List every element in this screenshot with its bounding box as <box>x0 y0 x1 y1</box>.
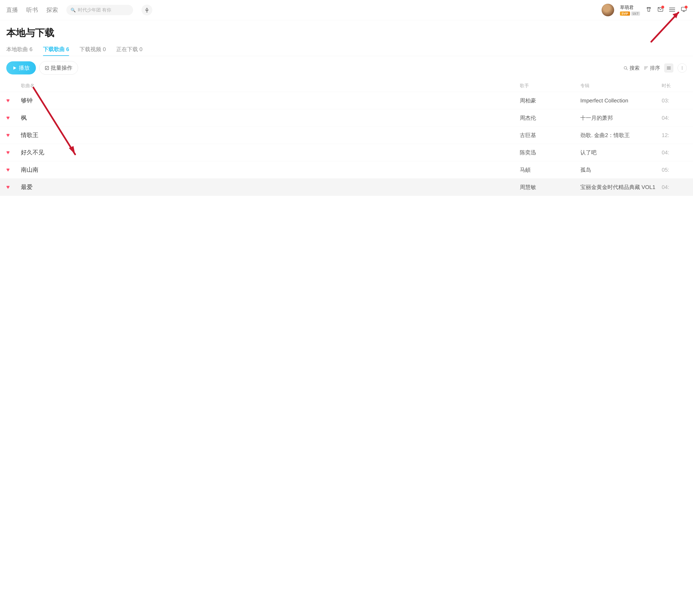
list-view-button[interactable] <box>664 63 673 73</box>
toolbar-right: 搜索 排序 <box>623 63 687 73</box>
tab-download-songs[interactable]: 下载歌曲 6 <box>43 46 69 56</box>
mail-badge <box>661 6 664 8</box>
grid-view-button[interactable] <box>677 63 687 73</box>
mail-button[interactable] <box>657 6 664 14</box>
search-button[interactable]: 搜索 <box>623 65 639 71</box>
favorite-icon: ♥ <box>6 149 19 156</box>
favorite-icon: ♥ <box>6 166 19 173</box>
play-button[interactable]: 播放 <box>6 61 36 75</box>
user-name: 草萌君 <box>620 4 640 11</box>
song-artist: 周杰伦 <box>520 114 578 122</box>
song-artist: 古巨基 <box>520 131 578 139</box>
tab-download-videos[interactable]: 下载视频 0 <box>79 46 106 56</box>
song-duration: 04: <box>662 184 687 190</box>
col-artist: 歌手 <box>520 83 578 89</box>
cast-button[interactable] <box>681 6 687 14</box>
svg-line-13 <box>627 69 628 70</box>
page-header: 本地与下载 <box>0 20 693 44</box>
song-album: 孤岛 <box>580 166 660 173</box>
song-duration: 03: <box>662 98 687 104</box>
tab-local-songs[interactable]: 本地歌曲 6 <box>6 46 33 56</box>
nav-links: 直播 听书 探索 <box>6 6 58 14</box>
song-title: 好久不见 <box>21 148 518 157</box>
col-album: 专辑 <box>580 83 660 89</box>
svip-badge: SVIP <box>620 12 630 16</box>
table-row[interactable]: ♥ 够钟 周柏豪 Imperfect Collection 03: <box>0 92 693 109</box>
avatar[interactable] <box>601 4 614 16</box>
toolbar: 播放 批量操作 搜索 排序 <box>0 56 693 80</box>
song-album: 宝丽金黄金时代精品典藏 VOL1 <box>580 184 660 191</box>
svg-point-21 <box>682 66 682 67</box>
song-title: 够钟 <box>21 97 518 104</box>
tabs: 本地歌曲 6 下载歌曲 6 下载视频 0 正在下载 0 <box>0 44 693 56</box>
song-artist: 陈奕迅 <box>520 149 578 156</box>
song-album: 认了吧 <box>580 149 660 156</box>
favorite-icon: ♥ <box>6 184 19 190</box>
table-row[interactable]: ♥ 情歌王 古巨基 劲歌. 金曲2：情歌王 12: <box>0 127 693 144</box>
favorite-icon: ♥ <box>6 97 19 104</box>
user-badges: SVIP LV.7 <box>620 12 640 16</box>
song-album: 劲歌. 金曲2：情歌王 <box>580 131 660 139</box>
table-row[interactable]: ♥ 南山南 马頔 孤岛 05: <box>0 161 693 179</box>
song-duration: 05: <box>662 167 687 173</box>
menu-button[interactable] <box>669 7 675 13</box>
song-album: Imperfect Collection <box>580 98 660 104</box>
svg-marker-10 <box>13 66 16 70</box>
search-placeholder: 时代少年团 有你 <box>78 7 111 13</box>
tab-downloading[interactable]: 正在下载 0 <box>116 46 142 56</box>
page-title: 本地与下载 <box>6 26 687 39</box>
table-row[interactable]: ♥ 枫 周杰伦 十一月的萧邦 04: <box>0 109 693 127</box>
shirt-button[interactable] <box>646 6 652 14</box>
search-icon: 🔍 <box>71 7 76 13</box>
song-artist: 周慧敏 <box>520 184 578 191</box>
nav-live[interactable]: 直播 <box>6 6 18 14</box>
favorite-icon: ♥ <box>6 115 19 121</box>
mic-button[interactable] <box>141 5 152 16</box>
song-artist: 马頔 <box>520 166 578 173</box>
nav-audiobook[interactable]: 听书 <box>26 6 38 14</box>
song-title: 南山南 <box>21 166 518 174</box>
song-artist: 周柏豪 <box>520 97 578 104</box>
song-duration: 12: <box>662 132 687 139</box>
song-duration: 04: <box>662 149 687 156</box>
top-nav: 直播 听书 探索 🔍 时代少年团 有你 草萌君 SVIP LV.7 <box>0 0 693 20</box>
song-album: 十一月的萧邦 <box>580 114 660 122</box>
song-list: ♥ 够钟 周柏豪 Imperfect Collection 03: ♥ 枫 周杰… <box>0 92 693 196</box>
table-row[interactable]: ♥ 最爱 周慧敏 宝丽金黄金时代精品典藏 VOL1 04: <box>0 179 693 196</box>
nav-explore[interactable]: 探索 <box>46 6 58 14</box>
user-info: 草萌君 SVIP LV.7 <box>620 4 640 16</box>
nav-right: 草萌君 SVIP LV.7 <box>601 4 687 16</box>
col-duration: 时长 <box>662 83 687 89</box>
col-song-name: 歌曲名 <box>21 83 518 89</box>
favorite-icon: ♥ <box>6 132 19 139</box>
song-title: 情歌王 <box>21 131 518 139</box>
cast-badge <box>685 6 688 8</box>
song-title: 枫 <box>21 114 518 122</box>
lv-badge: LV.7 <box>631 12 640 16</box>
song-duration: 04: <box>662 115 687 121</box>
svg-rect-0 <box>146 8 147 11</box>
table-row[interactable]: ♥ 好久不见 陈奕迅 认了吧 04: <box>0 144 693 161</box>
batch-button[interactable]: 批量操作 <box>39 61 78 75</box>
table-header: 歌曲名 歌手 专辑 时长 <box>0 80 693 92</box>
svg-point-22 <box>682 69 682 69</box>
song-title: 最爱 <box>21 183 518 191</box>
sort-button[interactable]: 排序 <box>644 65 660 71</box>
search-bar[interactable]: 🔍 时代少年团 有你 <box>66 5 133 15</box>
svg-point-20 <box>682 68 682 68</box>
